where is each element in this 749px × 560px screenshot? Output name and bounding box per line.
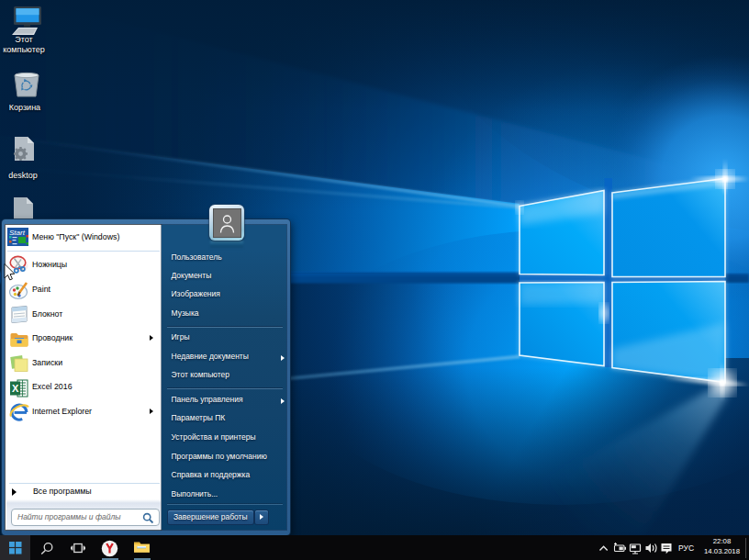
svg-text:Start: Start: [9, 229, 26, 237]
svg-text:X: X: [12, 383, 19, 394]
svg-text:РУС: РУС: [678, 543, 694, 553]
